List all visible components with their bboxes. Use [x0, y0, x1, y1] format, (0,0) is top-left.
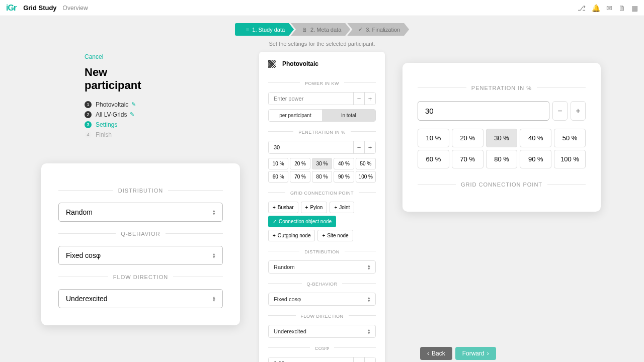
pct-10[interactable]: 10 % — [268, 158, 288, 169]
stepper-label: 1. Study data — [252, 27, 285, 33]
chip-outgoing-node[interactable]: +Outgoing node — [268, 230, 315, 241]
penetration-plus[interactable]: + — [364, 141, 375, 153]
stepper-meta-data[interactable]: 🗎 2. Meta data — [291, 23, 350, 36]
distribution-select-big[interactable]: Random — [58, 203, 223, 222]
cosphi-input-row: − + — [268, 357, 376, 362]
qbehavior-select[interactable]: Fixed cosφ — [268, 293, 376, 306]
pct-30-big[interactable]: 30 % — [486, 129, 518, 147]
side-step-photovoltaic[interactable]: 1Photovoltaic✎ — [85, 100, 185, 110]
updown-icon — [368, 328, 370, 334]
cosphi-input[interactable] — [269, 357, 353, 362]
check-icon: ✓ — [273, 219, 277, 224]
stepper-finalization[interactable]: ✓ 3. Finalization — [347, 23, 409, 36]
chip-site-node[interactable]: +Site node — [317, 230, 353, 241]
detail-penetration-card: PENETRATION IN % − + 10 % 20 % 30 % 40 %… — [403, 63, 601, 212]
toggle-per-participant[interactable]: per participant — [269, 110, 322, 121]
app-title: Grid Study — [23, 4, 56, 12]
section-qbehavior: Q-BEHAVIOR — [268, 279, 376, 288]
plus-icon: + — [273, 233, 276, 238]
pct-70[interactable]: 70 % — [290, 171, 310, 183]
forward-button[interactable]: Forward› — [455, 347, 496, 360]
side-panel: Cancel Newparticipant 1Photovoltaic✎ 2Al… — [85, 52, 185, 140]
settings-card: Photovoltaic POWER IN KW − + per partici… — [259, 52, 385, 362]
section-penetration: PENETRATION IN % — [268, 127, 376, 136]
penetration-minus[interactable]: − — [353, 141, 364, 153]
chip-pylon[interactable]: +Pylon — [301, 202, 328, 213]
doc-icon[interactable]: 🗎 — [618, 4, 625, 12]
plus-icon: + — [322, 233, 325, 238]
gcp-chips: +Busbar +Pylon +Joint ✓Connection object… — [268, 202, 376, 241]
side-steps: 1Photovoltaic✎ 2All LV-Grids✎ 3Settings … — [85, 100, 185, 140]
power-plus[interactable]: + — [364, 93, 375, 105]
pct-40-big[interactable]: 40 % — [520, 129, 551, 147]
penetration-minus-big[interactable]: − — [552, 101, 568, 121]
pct-20[interactable]: 20 % — [290, 158, 310, 169]
qbehavior-select-big[interactable]: Fixed cosφ — [58, 246, 223, 265]
grid-icon[interactable]: ▦ — [631, 4, 638, 12]
back-button[interactable]: ‹Back — [420, 347, 452, 360]
pct-90-big[interactable]: 90 % — [520, 150, 551, 168]
pct-60-big[interactable]: 60 % — [418, 150, 449, 168]
penetration-big-row: − + — [418, 101, 586, 121]
updown-icon — [368, 264, 370, 270]
cancel-link[interactable]: Cancel — [85, 53, 103, 60]
solar-panel-icon — [268, 60, 276, 68]
pct-70-big[interactable]: 70 % — [452, 150, 484, 168]
page-subtitle: Set the settings for the selected partic… — [0, 41, 644, 47]
updown-icon — [213, 296, 215, 302]
side-step-finish: 4Finish — [85, 130, 185, 140]
check-icon: ✓ — [358, 26, 363, 33]
bell-icon[interactable]: 🔔 — [592, 4, 600, 12]
pct-10-big[interactable]: 10 % — [418, 129, 449, 147]
pencil-icon[interactable]: ✎ — [131, 101, 136, 108]
plus-icon: + — [334, 205, 337, 210]
stepper-study-data[interactable]: ≡ 1. Study data — [235, 23, 294, 36]
section-power: POWER IN KW — [268, 78, 376, 87]
power-minus[interactable]: − — [353, 93, 364, 105]
penetration-input-big[interactable] — [418, 101, 549, 121]
cosphi-minus[interactable]: − — [353, 357, 364, 362]
stepper-label: 2. Meta data — [310, 27, 341, 33]
cosphi-plus[interactable]: + — [364, 357, 375, 362]
section-qbehavior: Q-BEHAVIOR — [58, 229, 223, 238]
pct-50[interactable]: 50 % — [356, 158, 376, 169]
penetration-presets-big: 10 % 20 % 30 % 40 % 50 % 60 % 70 % 80 % … — [418, 129, 586, 168]
section-gcp: GRID CONNECTION POINT — [418, 179, 586, 189]
flow-select[interactable]: Underexcited — [268, 325, 376, 338]
power-toggle: per participant in total — [268, 109, 376, 122]
side-step-settings[interactable]: 3Settings — [85, 120, 185, 130]
pct-30[interactable]: 30 % — [312, 158, 332, 169]
flow-select-big[interactable]: Underexcited — [58, 289, 223, 308]
pct-90[interactable]: 90 % — [334, 171, 354, 183]
penetration-plus-big[interactable]: + — [571, 101, 586, 121]
pct-50-big[interactable]: 50 % — [554, 129, 586, 147]
pct-80-big[interactable]: 80 % — [486, 150, 518, 168]
pct-20-big[interactable]: 20 % — [452, 129, 484, 147]
updown-icon — [368, 296, 370, 302]
distribution-select[interactable]: Random — [268, 260, 376, 274]
chip-busbar[interactable]: +Busbar — [268, 202, 298, 213]
detail-selects-card: DISTRIBUTION Random Q-BEHAVIOR Fixed cos… — [41, 163, 240, 325]
pct-100[interactable]: 100 % — [356, 171, 376, 183]
logo: iGr — [6, 4, 16, 13]
section-cosphi: COSΦ — [268, 343, 376, 352]
side-step-lvgrids[interactable]: 2All LV-Grids✎ — [85, 110, 185, 120]
pct-80[interactable]: 80 % — [312, 171, 332, 183]
section-distribution: DISTRIBUTION — [268, 246, 376, 255]
power-input[interactable] — [269, 93, 353, 105]
toggle-in-total[interactable]: in total — [322, 110, 375, 121]
overview-link[interactable]: Overview — [63, 5, 88, 12]
chip-joint[interactable]: +Joint — [330, 202, 354, 213]
card-header: Photovoltaic — [259, 60, 385, 74]
pct-40[interactable]: 40 % — [334, 158, 354, 169]
branch-icon[interactable]: ⎇ — [578, 4, 586, 12]
section-flow: FLOW DIRECTION — [58, 272, 223, 281]
plus-icon: + — [305, 205, 308, 210]
chip-connection-object-node[interactable]: ✓Connection object node — [268, 216, 336, 227]
card-title: Photovoltaic — [282, 60, 318, 67]
pencil-icon[interactable]: ✎ — [130, 111, 134, 118]
pct-60[interactable]: 60 % — [268, 171, 288, 183]
penetration-input[interactable] — [269, 141, 353, 153]
pct-100-big[interactable]: 100 % — [554, 150, 586, 168]
mail-icon[interactable]: ✉ — [606, 4, 612, 12]
